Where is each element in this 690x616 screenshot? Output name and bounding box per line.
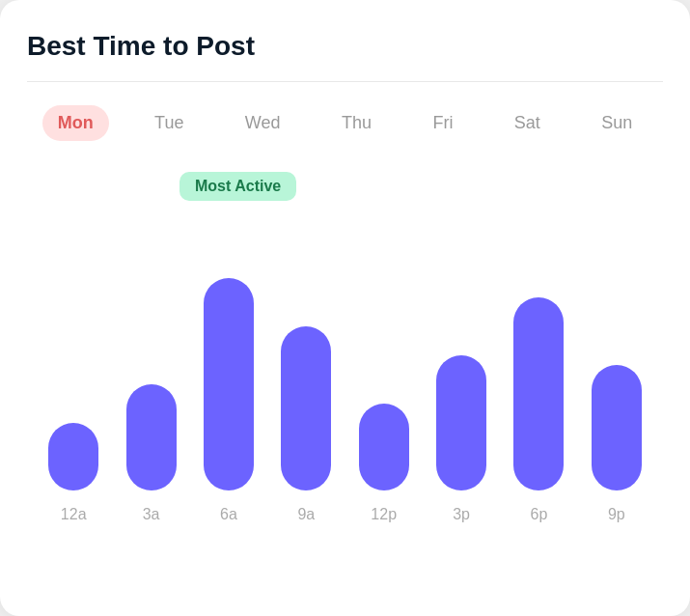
bar-wrapper — [112, 384, 189, 490]
time-label-3p: 3p — [423, 506, 500, 523]
bar-wrapper — [345, 404, 423, 490]
time-label-6p: 6p — [500, 506, 577, 523]
day-tab-tue[interactable]: Tue — [139, 105, 199, 141]
day-tab-sat[interactable]: Sat — [499, 105, 556, 141]
bar-3 — [281, 326, 331, 490]
day-tabs: MonTueWedThuFriSatSun — [27, 105, 663, 141]
day-tab-thu[interactable]: Thu — [326, 105, 387, 141]
bar-1 — [126, 384, 177, 490]
best-time-card: Best Time to Post MonTueWedThuFriSatSun … — [0, 0, 690, 616]
bar-4 — [359, 404, 409, 490]
time-label-12a: 12a — [35, 506, 112, 523]
divider — [27, 81, 663, 82]
time-label-3a: 3a — [112, 506, 189, 523]
page-title: Best Time to Post — [27, 31, 663, 62]
day-tab-fri[interactable]: Fri — [417, 105, 468, 141]
time-label-9a: 9a — [267, 506, 345, 523]
time-label-9p: 9p — [578, 506, 655, 523]
bar-5 — [436, 355, 486, 490]
bar-wrapper — [578, 365, 655, 490]
bars-area — [27, 220, 663, 490]
most-active-badge: Most Active — [179, 172, 296, 201]
bar-wrapper — [190, 278, 267, 490]
bar-7 — [592, 365, 642, 490]
time-label-12p: 12p — [345, 506, 423, 523]
bar-0 — [48, 423, 98, 490]
time-label-6a: 6a — [190, 506, 267, 523]
bar-wrapper — [35, 423, 112, 490]
day-tab-wed[interactable]: Wed — [230, 105, 296, 141]
time-labels: 12a3a6a9a12p3p6p9p — [27, 506, 663, 523]
bar-wrapper — [500, 297, 577, 490]
day-tab-mon[interactable]: Mon — [42, 105, 109, 141]
chart-container: Most Active 12a3a6a9a12p3p6p9p — [27, 172, 663, 589]
bar-6 — [513, 297, 564, 490]
day-tab-sun[interactable]: Sun — [586, 105, 648, 141]
bar-wrapper — [267, 326, 345, 490]
bar-wrapper — [423, 355, 500, 490]
bar-2 — [204, 278, 254, 490]
